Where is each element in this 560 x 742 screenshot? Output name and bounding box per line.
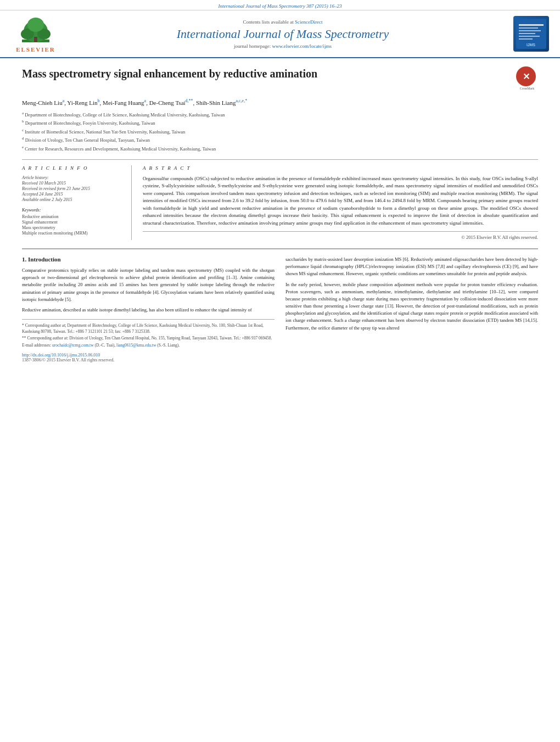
homepage-text: journal homepage:	[234, 43, 271, 49]
journal-logo-right: IJMS	[505, 16, 549, 52]
received-revised-date: Received in revised form 23 June 2015	[22, 186, 123, 191]
intro-section-number: 1.	[22, 256, 26, 263]
keyword-mass-spectrometry: Mass spectrometry	[22, 225, 123, 230]
footnotes: * Corresponding author at; Department of…	[22, 319, 275, 348]
right-paragraph-1: saccharides by matrix-assisted laser des…	[285, 256, 538, 278]
doi-line: http://dx.doi.org/10.1016/j.ijms.2015.06…	[22, 353, 275, 358]
article-history: Article history: Received 10 March 2015 …	[22, 175, 123, 202]
body-content: 1. Introduction Comparative proteomics t…	[22, 248, 538, 362]
keyword-mrm: Multiple reaction monitoring (MRM)	[22, 231, 123, 236]
elsevier-tree-icon	[19, 15, 52, 45]
elsevier-logo-image: ELSEVIER	[11, 15, 60, 53]
intro-body-text-right: saccharides by matrix-assisted laser des…	[285, 256, 538, 332]
svg-rect-7	[519, 24, 544, 26]
svg-rect-5	[34, 37, 37, 42]
journal-logo-box: IJMS	[513, 16, 549, 52]
keyword-reductive-amination: Reductive amination	[22, 214, 123, 219]
svg-rect-12	[519, 38, 533, 40]
affiliation-c: c Institute of Biomedical Science, Natio…	[22, 127, 538, 136]
footnote-emails: E-mail addresses: urochaidc@tcmg.com.tw …	[22, 343, 275, 349]
affiliation-e: e Center for Research, Resources and Dev…	[22, 144, 538, 153]
article-info-header: A R T I C L E I N F O	[22, 165, 123, 171]
abstract-header: A B S T R A C T	[143, 165, 538, 171]
keyword-signal-enhancement: Signal enhancement	[22, 220, 123, 225]
contents-line: Contents lists available at ScienceDirec…	[60, 19, 505, 25]
affiliations: a Department of Biotechnology, College o…	[22, 110, 538, 153]
history-label: Article history:	[22, 175, 123, 180]
banner-text: International Journal of Mass Spectromet…	[219, 3, 342, 9]
available-date: Available online 2 July 2015	[22, 197, 123, 202]
journal-logo-icon: IJMS	[516, 19, 546, 49]
svg-point-4	[27, 18, 44, 32]
intro-section-title-text: Introduction	[28, 256, 61, 263]
footnote-star: * Corresponding author at; Department of…	[22, 323, 275, 334]
issn-line: 1387-3806/© 2015 Elsevier B.V. All right…	[22, 358, 275, 362]
sciencedirect-link[interactable]: ScienceDirect	[295, 19, 322, 25]
intro-body-text-left: Comparative proteomics typically relies …	[22, 267, 275, 314]
doi-link[interactable]: http://dx.doi.org/10.1016/j.ijms.2015.06…	[22, 353, 100, 358]
svg-rect-8	[519, 27, 538, 29]
elsevier-logo: ELSEVIER	[11, 15, 60, 53]
article-content: Mass spectrometry signal enhancement by …	[0, 58, 560, 371]
crossmark-label: CrossMark	[516, 87, 538, 90]
svg-text:IJMS: IJMS	[527, 43, 535, 47]
keywords-label: Keywords:	[22, 208, 123, 213]
abstract-column: A B S T R A C T Organosulfur compounds (…	[143, 165, 538, 241]
intro-paragraph-2: Reductive amination, described as stable…	[22, 306, 275, 314]
journal-main-title: International Journal of Mass Spectromet…	[60, 27, 505, 41]
svg-rect-10	[519, 33, 535, 34]
abstract-paragraph: Organosulfur compounds (OSCs) subjected …	[143, 175, 538, 227]
journal-banner: International Journal of Mass Spectromet…	[0, 0, 560, 10]
crossmark-icon: ✕	[516, 66, 536, 86]
email-label: E-mail addresses:	[22, 343, 52, 348]
email-ss-liang[interactable]: liang0615@kmu.edu.tw	[116, 343, 156, 348]
journal-title-block: Contents lists available at ScienceDirec…	[60, 19, 505, 49]
svg-rect-9	[519, 30, 541, 31]
copyright-line: © 2015 Elsevier B.V. All rights reserved…	[143, 231, 538, 240]
article-info-column: A R T I C L E I N F O Article history: R…	[22, 165, 132, 241]
contents-text: Contents lists available at	[243, 19, 294, 25]
accepted-date: Accepted 24 June 2015	[22, 192, 123, 197]
abstract-text: Organosulfur compounds (OSCs) subjected …	[143, 175, 538, 227]
footnote-double-star: ** Corresponding author at: Division of …	[22, 336, 275, 342]
body-right-column: saccharides by matrix-assisted laser des…	[285, 256, 538, 362]
intro-paragraph-1: Comparative proteomics typically relies …	[22, 267, 275, 303]
article-title-section: Mass spectrometry signal enhancement by …	[22, 66, 538, 93]
homepage-link[interactable]: www.elsevier.com/locate/ijms	[272, 43, 332, 49]
intro-section-title: 1. Introduction	[22, 256, 275, 263]
elsevier-text: ELSEVIER	[16, 46, 55, 53]
journal-homepage: journal homepage: www.elsevier.com/locat…	[60, 43, 505, 49]
page: International Journal of Mass Spectromet…	[0, 0, 560, 742]
crossmark: ✕ CrossMark	[516, 66, 538, 88]
journal-header: ELSEVIER Contents lists available at Sci…	[0, 10, 560, 58]
authors: Meng-Chieh Liua, Yi-Reng Linb, Mei-Fang …	[22, 98, 538, 106]
article-title: Mass spectrometry signal enhancement by …	[22, 66, 508, 81]
received-date: Received 10 March 2015	[22, 181, 123, 186]
email-dc-tsai[interactable]: urochaidc@tcmg.com.tw	[52, 343, 94, 348]
affiliation-b: b Department of Biotechnology, Fooyin Un…	[22, 119, 538, 127]
affiliation-d: d Division of Urology, Ten Chan General …	[22, 136, 538, 144]
right-paragraph-2: In the early period, however, mobile pha…	[285, 281, 538, 332]
affiliation-a: a Department of Biotechnology, College o…	[22, 110, 538, 119]
svg-rect-11	[519, 36, 540, 37]
body-left-column: 1. Introduction Comparative proteomics t…	[22, 256, 275, 362]
article-info-abstract-section: A R T I C L E I N F O Article history: R…	[22, 159, 538, 241]
